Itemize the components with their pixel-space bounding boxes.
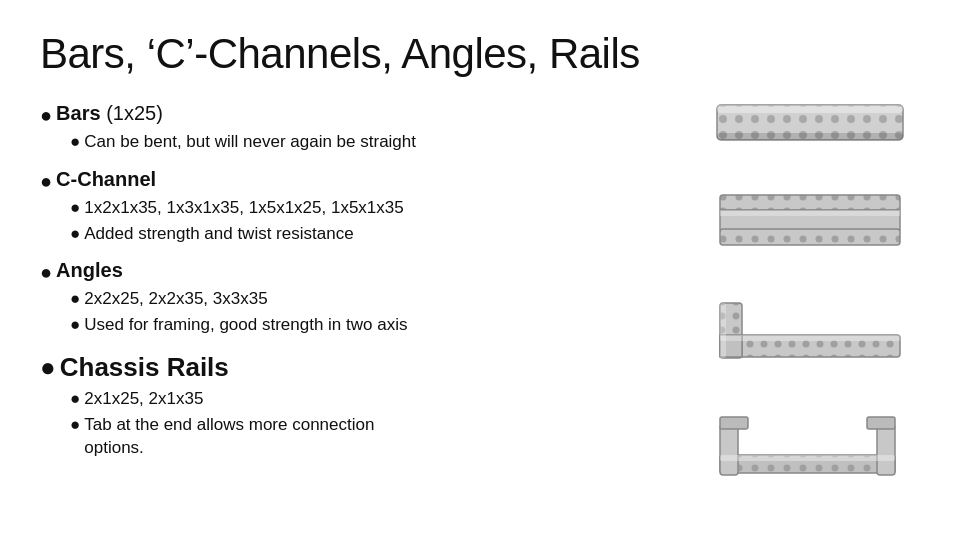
section-bars: ● Bars (1x25) ● Can be bent, but will ne… [40,96,700,154]
l1-cchannel-label: C-Channel [56,168,156,191]
l1-angles: ● Angles [40,259,700,285]
bullet-cchannel-1: ● [70,196,80,220]
slide: Bars, ‘C’-Channels, Angles, Rails ● Bars… [0,0,960,540]
chassis-label: Chassis Rails [60,352,229,382]
l2-chassis-2: ● Tab at the end allows more connectiono… [70,413,700,461]
cchannel-label: C-Channel [56,168,156,190]
angle-illustration [715,295,905,365]
cchannel-illustration [715,190,905,255]
svg-rect-11 [720,210,900,216]
bullet-cchannel: ● [40,168,52,194]
l2-angles-2: ● Used for framing, good strength in two… [70,313,700,337]
bullet-chassis-1: ● [70,387,80,411]
section-angles: ● Angles ● 2x2x25, 2x2x35, 3x3x35 ● Used… [40,253,700,337]
chassis-child-1: 2x1x25, 2x1x35 [84,387,203,411]
svg-rect-23 [877,425,895,475]
l2-chassis-1: ● 2x1x25, 2x1x35 [70,387,700,411]
l1-chassis-label: Chassis Rails [60,351,229,385]
bullet-angles-2: ● [70,313,80,337]
bullet-chassis: ● [40,351,56,385]
l1-angles-label: Angles [56,259,123,282]
l1-bars: ● Bars (1x25) [40,102,700,128]
l1-cchannel: ● C-Channel [40,168,700,194]
bullet-angles: ● [40,259,52,285]
bars-suffix: (1x25) [101,102,163,124]
section-chassis: ● Chassis Rails ● 2x1x25, 2x1x35 ● Tab a… [40,345,700,460]
svg-rect-17 [720,335,900,341]
bullet-bars-1: ● [70,130,80,154]
svg-rect-18 [720,303,726,358]
svg-rect-24 [720,417,748,429]
svg-rect-4 [717,133,903,140]
angles-child-1: 2x2x25, 2x2x35, 3x3x35 [84,287,267,311]
slide-title: Bars, ‘C’-Channels, Angles, Rails [40,30,700,78]
chassis-rail-illustration [715,405,905,485]
l1-chassis: ● Chassis Rails [40,351,700,385]
bullet-bars: ● [40,102,52,128]
angles-label: Angles [56,259,123,281]
cchannel-child-2: Added strength and twist resistance [84,222,353,246]
cchannel-child-1: 1x2x1x35, 1x3x1x35, 1x5x1x25, 1x5x1x35 [84,196,403,220]
bullet-chassis-2: ● [70,413,80,437]
svg-rect-10 [720,229,900,245]
l2-cchannel-1: ● 1x2x1x35, 1x3x1x35, 1x5x1x25, 1x5x1x35 [70,196,700,220]
content-area: Bars, ‘C’-Channels, Angles, Rails ● Bars… [40,30,700,510]
bullet-cchannel-2: ● [70,222,80,246]
svg-rect-22 [720,425,738,475]
svg-rect-7 [720,195,900,211]
bar-illustration [715,95,905,150]
angles-child-2: Used for framing, good strength in two a… [84,313,407,337]
l2-cchannel-2: ● Added strength and twist resistance [70,222,700,246]
bullet-angles-1: ● [70,287,80,311]
bars-label: Bars [56,102,100,124]
chassis-child-2: Tab at the end allows more connectionopt… [84,413,374,461]
svg-rect-27 [720,455,895,461]
section-cchannel: ● C-Channel ● 1x2x1x35, 1x3x1x35, 1x5x1x… [40,162,700,246]
images-column [700,30,920,510]
svg-rect-25 [867,417,895,429]
bars-child-1: Can be bent, but will never again be str… [84,130,416,154]
l2-angles-1: ● 2x2x25, 2x2x35, 3x3x35 [70,287,700,311]
svg-rect-3 [717,105,903,113]
l1-bars-label: Bars (1x25) [56,102,163,125]
l2-bars-1: ● Can be bent, but will never again be s… [70,130,700,154]
